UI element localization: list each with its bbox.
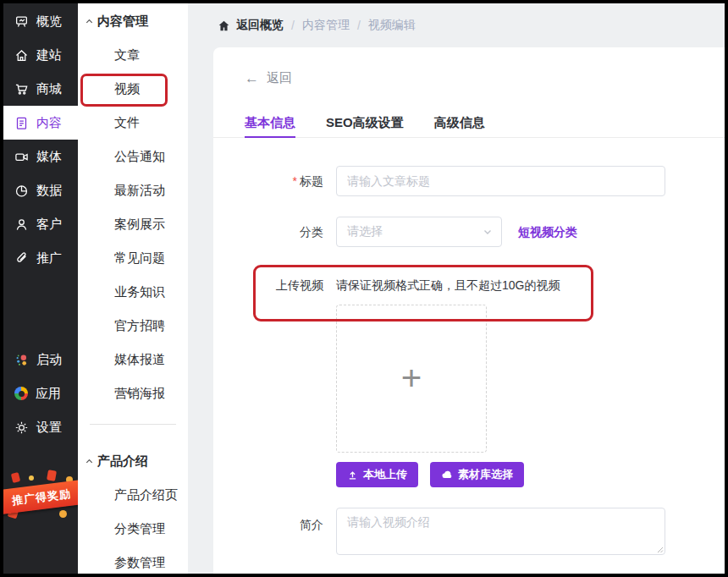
sidebar-item-label: 设置 — [36, 420, 62, 436]
submenu-item-jobs[interactable]: 官方招聘 — [78, 309, 188, 343]
submenu-item-press[interactable]: 媒体报道 — [78, 343, 188, 376]
sidebar-item-label: 数据 — [36, 183, 62, 199]
breadcrumb-separator: / — [291, 19, 295, 32]
sidebar-item-content[interactable]: 内容 — [3, 106, 78, 140]
breadcrumb-content-manage[interactable]: 内容管理 — [302, 18, 350, 33]
sidebar-item-site[interactable]: 建站 — [3, 38, 78, 72]
submenu-item-label: 官方招聘 — [114, 318, 165, 334]
chevron-up-icon — [85, 457, 94, 466]
launch-icon — [14, 353, 29, 367]
submenu-item-label: 产品介绍页 — [114, 487, 178, 503]
sidebar-item-promotion[interactable]: 推广 — [3, 241, 78, 275]
submenu-item-knowledge[interactable]: 业务知识 — [78, 275, 188, 309]
sidebar-item-launch[interactable]: 启动 — [3, 343, 78, 376]
sidebar-item-label: 内容 — [36, 115, 62, 131]
required-mark: * — [293, 174, 297, 188]
library-select-label: 素材库选择 — [458, 467, 513, 482]
category-select[interactable]: 请选择 — [336, 217, 502, 247]
sidebar-item-label: 商城 — [36, 81, 62, 97]
sidebar-item-label: 媒体 — [36, 149, 62, 165]
data-icon — [14, 184, 29, 198]
submenu-group-content[interactable]: 内容管理 — [85, 4, 148, 38]
app-window: 概览 建站 商城 内容 媒体 数据 客户 推广 — [0, 0, 728, 577]
sidebar-item-label: 概览 — [36, 14, 62, 30]
upload-label: 上传视频 — [213, 270, 323, 300]
category-label: 分类 — [213, 217, 323, 247]
back-arrow-icon: ← — [245, 71, 259, 85]
sidebar-item-apps[interactable]: 应用 — [3, 376, 78, 410]
sidebar-item-customer[interactable]: 客户 — [3, 207, 78, 241]
sidebar-item-mall[interactable]: 商城 — [3, 72, 78, 106]
sidebar-item-overview[interactable]: 概览 — [3, 4, 78, 38]
mall-icon — [14, 82, 29, 96]
local-upload-label: 本地上传 — [363, 467, 407, 482]
upload-hint: 请保证视频格式正确，且不超过10G的视频 — [336, 270, 560, 300]
upload-icon — [347, 470, 358, 481]
upload-label-text: 上传视频 — [276, 278, 323, 292]
breadcrumb-video-edit[interactable]: 视频编辑 — [368, 18, 416, 33]
title-input[interactable] — [336, 166, 665, 196]
chevron-down-icon — [483, 227, 493, 237]
submenu-item-cases[interactable]: 案例展示 — [78, 207, 188, 241]
submenu-item-poster[interactable]: 营销海报 — [78, 376, 188, 410]
submenu-item-label: 最新活动 — [114, 183, 165, 199]
breadcrumb-separator: / — [357, 19, 361, 32]
submenu-group-title: 产品介绍 — [97, 453, 148, 470]
plus-icon: + — [401, 362, 422, 396]
submenu-item-article[interactable]: 文章 — [78, 38, 188, 72]
banner-decor — [59, 510, 67, 518]
submenu-item-label: 案例展示 — [114, 217, 165, 233]
intro-label: 简介 — [213, 509, 323, 540]
back-button[interactable]: ← 返回 — [245, 70, 292, 86]
banner-text: 推广得奖励 — [3, 480, 78, 514]
promotion-banner[interactable]: 推广得奖励 — [3, 468, 78, 524]
primary-sidebar: 概览 建站 商城 内容 媒体 数据 客户 推广 — [3, 3, 78, 574]
video-upload-dropzone[interactable]: + — [336, 305, 487, 453]
submenu-item-label: 常见问题 — [114, 250, 165, 267]
cloud-icon — [441, 469, 453, 481]
settings-icon — [14, 420, 29, 435]
submenu-item-file[interactable]: 文件 — [78, 106, 188, 140]
submenu-item-label: 业务知识 — [114, 284, 165, 300]
promotion-icon — [14, 251, 29, 266]
chevron-up-icon — [85, 17, 94, 26]
sidebar-item-media[interactable]: 媒体 — [3, 140, 78, 173]
sidebar-item-data[interactable]: 数据 — [3, 173, 78, 207]
back-label: 返回 — [267, 70, 292, 86]
content-icon — [14, 116, 29, 130]
submenu-item-activity[interactable]: 最新活动 — [78, 173, 188, 207]
tab-basic-info[interactable]: 基本信息 — [245, 108, 295, 137]
tab-advanced-info[interactable]: 高级信息 — [434, 108, 485, 137]
submenu-item-notice[interactable]: 公告通知 — [78, 140, 188, 173]
submenu-item-product-page[interactable]: 产品介绍页 — [78, 478, 188, 512]
submenu-item-category-manage[interactable]: 分类管理 — [78, 512, 188, 546]
local-upload-button[interactable]: 本地上传 — [336, 462, 418, 487]
short-video-category-link[interactable]: 短视频分类 — [518, 217, 577, 247]
library-select-button[interactable]: 素材库选择 — [430, 462, 524, 487]
sidebar-item-label: 推广 — [36, 250, 62, 267]
submenu-item-label: 文章 — [114, 47, 140, 63]
submenu-item-label: 视频 — [114, 81, 140, 97]
banner-decor — [47, 470, 57, 481]
tab-label: SEO高级设置 — [326, 115, 404, 131]
breadcrumb-home[interactable]: 返回概览 — [218, 18, 284, 33]
title-label: *标题 — [213, 166, 323, 196]
submenu-item-video[interactable]: 视频 — [78, 72, 188, 106]
select-placeholder: 请选择 — [347, 224, 383, 239]
submenu-group-product[interactable]: 产品介绍 — [85, 444, 148, 478]
submenu-item-label: 公告通知 — [114, 149, 165, 165]
intro-textarea[interactable] — [336, 508, 665, 555]
sidebar-item-label: 启动 — [36, 352, 62, 368]
submenu-divider — [90, 424, 176, 425]
tab-label: 基本信息 — [245, 115, 295, 131]
submenu-item-label: 营销海报 — [114, 386, 165, 402]
tab-seo-settings[interactable]: SEO高级设置 — [326, 108, 404, 137]
customer-icon — [14, 217, 29, 232]
site-icon — [14, 48, 29, 63]
sidebar-item-label: 客户 — [36, 217, 62, 233]
submenu-item-param-manage[interactable]: 参数管理 — [78, 546, 188, 577]
secondary-sidebar: 内容管理 文章 视频 文件 公告通知 最新活动 案例展示 常见问题 业务知识 官… — [78, 3, 188, 574]
sidebar-item-settings[interactable]: 设置 — [3, 410, 78, 444]
submenu-group-title: 内容管理 — [97, 14, 148, 30]
submenu-item-faq[interactable]: 常见问题 — [78, 241, 188, 275]
